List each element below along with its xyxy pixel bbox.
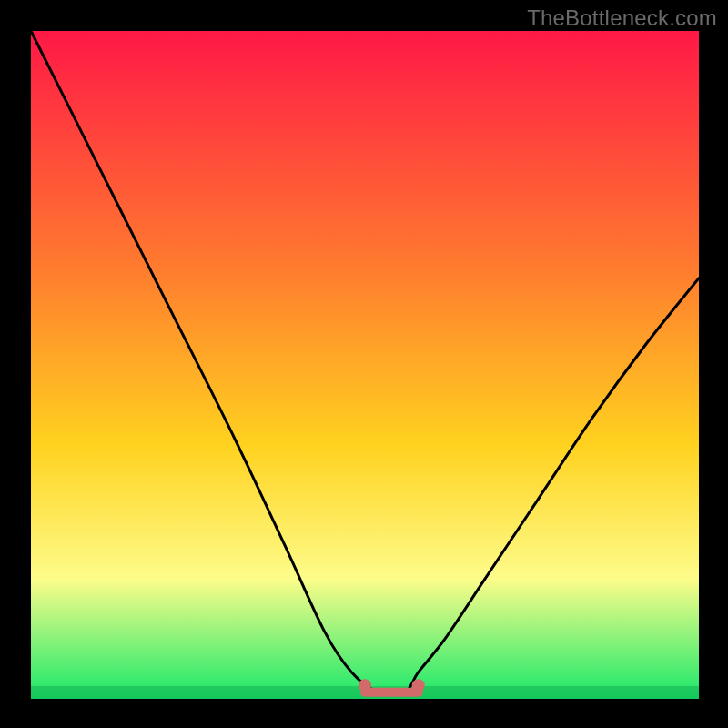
plot-background bbox=[31, 31, 699, 699]
dot-right bbox=[412, 679, 425, 692]
watermark-text: TheBottleneck.com bbox=[527, 5, 717, 31]
chart-frame: { "watermark": "TheBottleneck.com", "col… bbox=[0, 0, 728, 728]
dot-left bbox=[359, 679, 371, 692]
bottleneck-chart bbox=[0, 0, 728, 728]
